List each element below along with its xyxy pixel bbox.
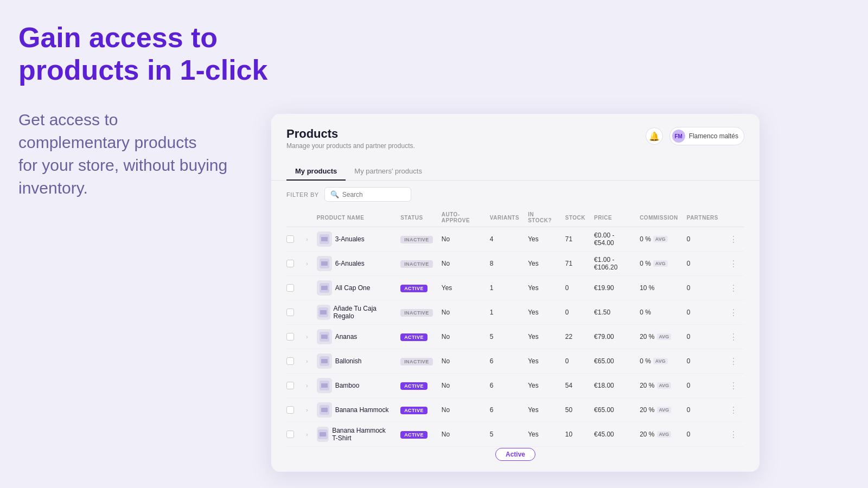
price-cell: €1.50: [590, 300, 635, 325]
more-actions-button[interactable]: ⋮: [727, 258, 740, 270]
status-badge: INACTIVE: [400, 236, 433, 243]
row-checkbox[interactable]: [286, 260, 294, 267]
product-name-text: Bamboo: [335, 382, 360, 389]
partners-cell: 0: [682, 300, 723, 325]
hero-title: Gain access to products in 1-click: [18, 22, 268, 87]
row-checkbox[interactable]: [286, 357, 294, 365]
auto-approve-cell: Yes: [437, 276, 486, 300]
auto-approve-cell: No: [437, 300, 486, 325]
status-cell: ACTIVE: [396, 325, 437, 349]
more-actions-cell: ⋮: [723, 349, 744, 374]
row-expand-cell: ›: [302, 227, 312, 252]
in-stock-cell: Yes: [524, 398, 561, 422]
svg-rect-11: [321, 359, 328, 363]
subtitle-part2: complementary products: [18, 133, 196, 151]
row-checkbox[interactable]: [286, 382, 294, 389]
product-thumbnail: [317, 256, 332, 271]
status-cell: ACTIVE: [396, 422, 437, 447]
search-box[interactable]: 🔍: [324, 187, 411, 202]
partners-cell: 0: [682, 374, 723, 398]
stock-cell: 0: [561, 300, 590, 325]
svg-rect-13: [321, 383, 328, 388]
subtitle-rest: for your store, without buying inventory…: [18, 156, 227, 197]
tabs-bar: My products My partners' products: [271, 154, 760, 181]
more-actions-button[interactable]: ⋮: [727, 355, 740, 368]
row-checkbox[interactable]: [286, 333, 294, 341]
filter-by-label: FILTER BY: [286, 191, 319, 198]
price-cell: €18.00: [590, 374, 635, 398]
product-thumbnail: [317, 354, 332, 369]
row-checkbox[interactable]: [286, 235, 294, 243]
svg-rect-1: [321, 237, 328, 241]
col-variants: VARIANTS: [486, 208, 524, 227]
status-cell: INACTIVE: [396, 252, 437, 276]
row-checkbox-cell: [286, 374, 302, 398]
commission-value: 0 %: [640, 235, 651, 243]
user-name: Flamenco maltés: [689, 132, 738, 140]
more-actions-button[interactable]: ⋮: [727, 282, 740, 294]
price-cell: €19.90: [590, 276, 635, 300]
auto-approve-cell: No: [437, 398, 486, 422]
products-table: PRODUCT NAME STATUS AUTO-APPROVE VARIANT…: [286, 208, 744, 447]
status-cell: ACTIVE: [396, 374, 437, 398]
price-cell: €0.00 - €54.00: [590, 227, 635, 252]
search-input[interactable]: [342, 191, 407, 198]
commission-cell: 10 %: [635, 276, 682, 300]
left-panel: Gain access to products in 1-click Get a…: [18, 22, 268, 200]
commission-value: 0 %: [640, 260, 651, 267]
avatar: FM: [672, 130, 685, 143]
commission-value: 0 %: [640, 357, 651, 365]
notification-bell-button[interactable]: 🔔: [646, 127, 663, 145]
commission-cell: 20 % AVG: [635, 325, 682, 349]
more-actions-button[interactable]: ⋮: [727, 331, 740, 343]
more-actions-cell: ⋮: [723, 325, 744, 349]
expand-icon[interactable]: ›: [306, 382, 308, 389]
avg-tag: AVG: [657, 382, 672, 389]
avg-tag: AVG: [657, 407, 672, 413]
more-actions-button[interactable]: ⋮: [727, 404, 740, 416]
table-row: › Bamboo ACTIVE No 6 Yes 54: [286, 374, 744, 398]
product-name-text: Añade Tu Caja Regalo: [334, 305, 392, 320]
product-name-cell: All Cap One: [312, 276, 396, 300]
tab-partners-products[interactable]: My partners' products: [346, 163, 431, 181]
row-checkbox[interactable]: [286, 284, 294, 292]
expand-icon[interactable]: ›: [306, 236, 308, 242]
expand-icon[interactable]: ›: [306, 407, 308, 413]
subtitle-part1: Get access to: [18, 111, 118, 129]
expand-icon[interactable]: ›: [306, 358, 308, 364]
more-actions-button[interactable]: ⋮: [727, 306, 740, 319]
table-row: › Ballonish INACTIVE No 6 Yes: [286, 349, 744, 374]
row-expand-cell: ›: [302, 398, 312, 422]
commission-cell: 0 % AVG: [635, 252, 682, 276]
user-badge[interactable]: FM Flamenco maltés: [669, 127, 744, 145]
row-checkbox[interactable]: [286, 406, 294, 414]
row-checkbox-cell: [286, 349, 302, 374]
product-name-text: 3-Anuales: [335, 235, 365, 243]
tab-my-products[interactable]: My products: [286, 163, 346, 181]
row-expand-cell: [302, 300, 312, 325]
table-row: › Ananas ACTIVE No 5 Yes 22: [286, 325, 744, 349]
row-checkbox-cell: [286, 422, 302, 447]
status-cell: INACTIVE: [396, 227, 437, 252]
svg-rect-3: [321, 261, 328, 266]
more-actions-button[interactable]: ⋮: [727, 380, 740, 392]
product-name-cell: Añade Tu Caja Regalo: [312, 300, 396, 325]
active-status-bar: Active: [495, 448, 535, 461]
product-name-text: Ballonish: [335, 357, 362, 365]
row-checkbox[interactable]: [286, 309, 294, 316]
product-name-text: 6-Anuales: [335, 260, 365, 267]
col-status: STATUS: [396, 208, 437, 227]
more-actions-button[interactable]: ⋮: [727, 428, 740, 441]
more-actions-button[interactable]: ⋮: [727, 233, 740, 246]
row-expand-cell: ›: [302, 252, 312, 276]
expand-icon[interactable]: ›: [306, 260, 308, 267]
expand-icon[interactable]: ›: [306, 431, 308, 438]
status-label: Active: [506, 451, 525, 458]
product-name-cell: Banana Hammock: [312, 398, 396, 422]
expand-icon[interactable]: ›: [306, 333, 308, 340]
product-name-text: Banana Hammock: [335, 406, 389, 414]
row-checkbox[interactable]: [286, 431, 294, 438]
in-stock-cell: Yes: [524, 325, 561, 349]
row-expand-cell: ›: [302, 349, 312, 374]
in-stock-cell: Yes: [524, 374, 561, 398]
